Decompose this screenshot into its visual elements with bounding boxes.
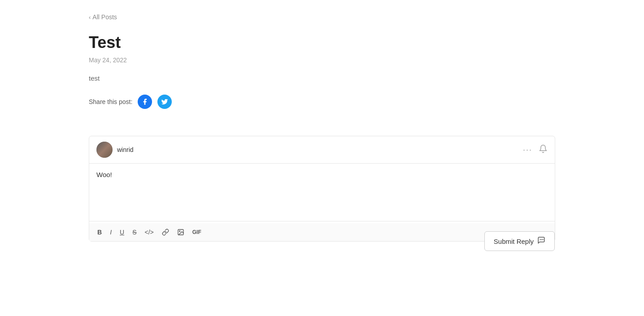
twitter-share-button[interactable] bbox=[157, 95, 172, 109]
comment-actions: ··· bbox=[523, 144, 548, 156]
page-container: ‹ All Posts Test May 24, 2022 test Share… bbox=[53, 0, 591, 255]
share-label: Share this post: bbox=[89, 98, 132, 105]
notification-bell-icon[interactable] bbox=[539, 144, 548, 156]
back-link[interactable]: ‹ All Posts bbox=[89, 13, 555, 21]
twitter-icon bbox=[161, 98, 168, 105]
post-body: test bbox=[89, 74, 555, 82]
chat-icon bbox=[537, 236, 545, 246]
facebook-icon bbox=[141, 98, 148, 105]
submit-reply-button[interactable]: Submit Reply bbox=[484, 231, 555, 251]
avatar bbox=[96, 142, 113, 158]
more-options-button[interactable]: ··· bbox=[523, 145, 532, 155]
comment-user: winrid bbox=[96, 142, 134, 158]
italic-button[interactable]: I bbox=[108, 228, 113, 237]
back-link-label: All Posts bbox=[92, 13, 117, 21]
link-button[interactable] bbox=[160, 228, 171, 237]
toolbar-formatting: B I U S </> GIF bbox=[96, 228, 203, 237]
post-title: Test bbox=[89, 33, 555, 52]
submit-reply-label: Submit Reply bbox=[494, 238, 534, 245]
facebook-share-button[interactable] bbox=[138, 95, 152, 109]
underline-button[interactable]: U bbox=[118, 228, 126, 237]
reply-textarea[interactable]: Woo! bbox=[89, 163, 555, 221]
strikethrough-button[interactable]: S bbox=[131, 228, 138, 237]
image-button[interactable] bbox=[175, 228, 186, 237]
comment-toolbar: B I U S </> GIF bbox=[89, 223, 555, 241]
avatar-image bbox=[96, 142, 113, 158]
comment-section: winrid ··· Woo! B I U S </> bbox=[89, 136, 555, 242]
share-row: Share this post: bbox=[89, 95, 555, 109]
chevron-left-icon: ‹ bbox=[89, 14, 91, 21]
post-date: May 24, 2022 bbox=[89, 56, 555, 64]
gif-button[interactable]: GIF bbox=[191, 228, 203, 236]
code-button[interactable]: </> bbox=[143, 228, 155, 237]
comment-header: winrid ··· bbox=[89, 136, 555, 163]
username: winrid bbox=[117, 146, 134, 153]
svg-point-1 bbox=[179, 231, 180, 232]
bold-button[interactable]: B bbox=[96, 228, 104, 237]
